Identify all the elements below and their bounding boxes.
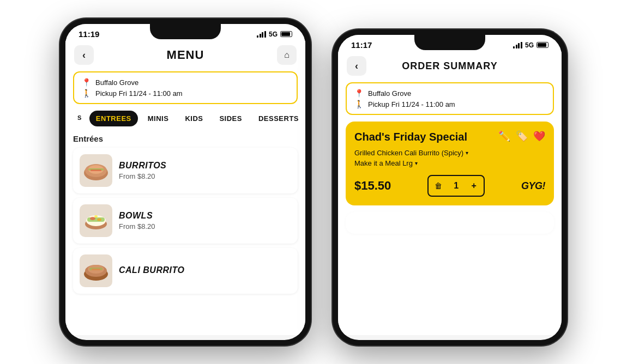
app-header-2: ‹ ORDER SUMMARY <box>338 52 562 82</box>
burritos-image <box>80 154 112 187</box>
quantity-control: 🗑 1 + <box>427 175 485 197</box>
increment-button[interactable]: + <box>464 176 484 196</box>
back-button-1[interactable]: ‹ <box>74 45 94 65</box>
gyg-logo: GYG! <box>521 180 545 192</box>
pickup-time-2: Pickup Fri 11/24 - 11:00 am <box>368 100 455 108</box>
status-icons-2: 5G <box>513 41 548 49</box>
tab-sides[interactable]: SIDES <box>213 111 249 126</box>
svg-rect-15 <box>92 269 100 270</box>
menu-items-list: BURRITOS From $8.20 <box>65 148 305 294</box>
phone-menu: 11:19 5G <box>60 19 311 345</box>
location-place-1: Buffalo Grove <box>95 78 138 87</box>
location-place-row-1: 📍 Buffalo Grove <box>82 78 289 87</box>
location-place-row-2: 📍 Buffalo Grove <box>354 89 545 98</box>
cali-burrito-name: CALI BURRITO <box>119 265 291 275</box>
bowls-info: BOWLS From $8.20 <box>119 211 291 230</box>
tab-minis[interactable]: MINIS <box>141 111 176 126</box>
burritos-name: BURRITOS <box>119 161 291 171</box>
pickup-icon-1: 🚶 <box>82 89 91 98</box>
order-card: Chad's Friday Special ✏️ 🏷️ ❤️ Grilled C… <box>346 122 554 205</box>
category-tabs-1: S ENTREES MINIS KIDS SIDES DESSERTS COLD <box>65 111 305 126</box>
order-card-header: Chad's Friday Special ✏️ 🏷️ ❤️ <box>354 130 545 143</box>
order-item-2-label: Make it a Meal Lrg <box>354 159 413 167</box>
delete-button[interactable]: 🗑 <box>429 176 448 196</box>
back-button-2[interactable]: ‹ <box>347 56 366 76</box>
phone-menu-screen: 11:19 5G <box>65 24 305 340</box>
location-box-1[interactable]: 📍 Buffalo Grove 🚶 Pickup Fri 11/24 - 11:… <box>73 71 298 104</box>
next-item-card <box>346 212 554 234</box>
screen-content-2: ‹ ORDER SUMMARY 📍 Buffalo Grove 🚶 Pickup… <box>338 52 562 335</box>
cali-burrito-image <box>80 254 112 287</box>
battery-1 <box>280 31 292 37</box>
edit-icon[interactable]: ✏️ <box>498 130 510 142</box>
location-pin-icon-2: 📍 <box>354 89 364 98</box>
phone-order-screen: 11:17 5G <box>338 35 562 340</box>
pickup-row-1: 🚶 Pickup Fri 11/24 - 11:00 am <box>82 89 289 98</box>
battery-2 <box>536 42 548 48</box>
order-card-actions: ✏️ 🏷️ ❤️ <box>498 130 545 142</box>
quantity-number: 1 <box>448 181 464 191</box>
menu-item-cali-burrito[interactable]: CALI BURRITO <box>73 248 298 294</box>
menu-item-burritos[interactable]: BURRITOS From $8.20 <box>73 148 298 193</box>
svg-rect-7 <box>87 217 105 222</box>
signal-icon-2 <box>513 42 522 48</box>
section-header-1: Entrées <box>65 132 305 148</box>
network-2: 5G <box>525 41 534 49</box>
back-icon-2: ‹ <box>355 60 358 72</box>
pickup-time-1: Pickup Fri 11/24 - 11:00 am <box>95 89 183 98</box>
notch-1 <box>150 24 221 39</box>
order-price: $15.50 <box>354 179 391 193</box>
tag-icon[interactable]: 🏷️ <box>516 130 528 142</box>
order-item-2[interactable]: Make it a Meal Lrg ▾ <box>354 159 545 167</box>
home-icon-1: ⌂ <box>284 50 290 60</box>
tab-entrees[interactable]: ENTREES <box>89 111 138 126</box>
location-pin-icon-1: 📍 <box>82 78 91 87</box>
screen-content-1: ‹ MENU ⌂ 📍 Buffalo Grove 🚶 Pickup <box>65 41 305 335</box>
notch-2 <box>414 35 485 50</box>
menu-title: MENU <box>167 48 204 62</box>
menu-item-bowls[interactable]: BOWLS From $8.20 <box>73 198 298 244</box>
cali-burrito-info: CALI BURRITO <box>119 265 291 277</box>
location-box-2[interactable]: 📍 Buffalo Grove 🚶 Pickup Fri 11/24 - 11:… <box>346 82 554 115</box>
tab-desserts[interactable]: DESSERTS <box>252 111 305 126</box>
svg-point-10 <box>94 215 98 217</box>
pickup-row-2: 🚶 Pickup Fri 11/24 - 11:00 am <box>354 100 545 108</box>
burritos-price: From $8.20 <box>119 172 291 180</box>
order-item-1-label: Grilled Chicken Cali Burrito (Spicy) <box>354 149 463 157</box>
heart-icon[interactable]: ❤️ <box>533 130 545 142</box>
order-summary-title: ORDER SUMMARY <box>402 60 497 72</box>
chevron-down-icon-1: ▾ <box>466 150 468 156</box>
time-1: 11:19 <box>79 29 99 39</box>
order-card-title: Chad's Friday Special <box>354 130 467 143</box>
order-item-1[interactable]: Grilled Chicken Cali Burrito (Spicy) ▾ <box>354 149 545 157</box>
back-icon-1: ‹ <box>82 50 86 61</box>
bowls-price: From $8.20 <box>119 222 291 230</box>
home-button-1[interactable]: ⌂ <box>277 45 297 65</box>
bowls-image <box>80 204 112 237</box>
network-1: 5G <box>269 31 278 38</box>
bowls-name: BOWLS <box>119 211 291 221</box>
location-place-2: Buffalo Grove <box>368 89 411 98</box>
pickup-icon-2: 🚶 <box>354 100 364 108</box>
time-2: 11:17 <box>351 40 372 50</box>
scene: 11:19 5G <box>0 0 627 364</box>
status-icons-1: 5G <box>257 31 292 38</box>
svg-rect-4 <box>91 169 101 171</box>
burritos-info: BURRITOS From $8.20 <box>119 161 291 180</box>
chevron-down-icon-2: ▾ <box>415 160 418 166</box>
tab-kids[interactable]: KIDS <box>178 111 209 126</box>
tab-s[interactable]: S <box>73 111 86 126</box>
app-header-1: ‹ MENU ⌂ <box>65 41 305 71</box>
order-card-footer: $15.50 🗑 1 + GYG! <box>354 175 545 197</box>
svg-point-9 <box>97 219 101 221</box>
svg-point-8 <box>90 217 95 220</box>
signal-icon-1 <box>257 31 266 38</box>
phone-order-summary: 11:17 5G <box>333 29 567 345</box>
